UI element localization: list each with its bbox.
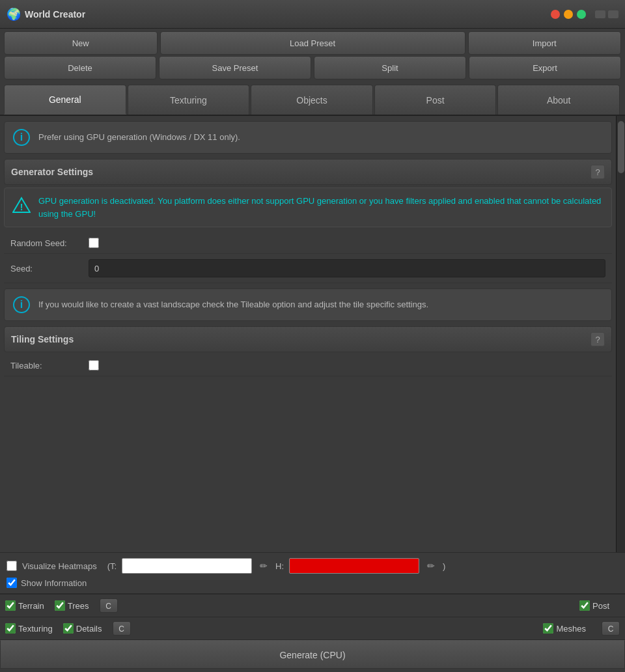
trees-c-button[interactable]: C (100, 598, 118, 613)
tileable-label: Tileable: (10, 361, 89, 371)
import-button[interactable]: Import (468, 31, 622, 55)
tileable-row: Tileable: (4, 355, 612, 376)
close-button[interactable] (551, 10, 560, 19)
meshes-checkbox[interactable] (543, 623, 553, 634)
meshes-check-item: Meshes (543, 623, 586, 634)
toolbar-row-1: New Load Preset Import (4, 31, 621, 55)
gpu-warning-text: GPU generation is deactivated. You platf… (38, 195, 604, 220)
extra-icon-1 (595, 10, 605, 18)
tab-general-label: General (49, 94, 81, 105)
details-checkbox[interactable] (63, 623, 74, 634)
load-preset-button[interactable]: Load Preset (160, 31, 465, 55)
texturing-label: Texturing (18, 624, 53, 634)
seed-label: Seed: (10, 264, 89, 273)
trees-label: Trees (68, 601, 89, 611)
tiling-settings-header: Tiling Settings ? (4, 326, 612, 352)
maximize-button[interactable] (577, 10, 586, 19)
info-icon: i (12, 128, 31, 147)
tab-objects[interactable]: Objects (251, 85, 373, 115)
toolbar: New Load Preset Import Delete Save Prese… (0, 29, 625, 82)
t-label: (T: (107, 561, 117, 571)
titlebar: 🌍 World Creator (0, 0, 625, 29)
post-checkbox[interactable] (579, 600, 590, 611)
terrain-label: Terrain (18, 601, 44, 611)
post-check-item: Post (579, 600, 609, 611)
seed-row: Seed: 0 (4, 254, 612, 283)
gpu-info-text: Prefer using GPU generation (Windows / D… (38, 132, 240, 143)
heatmaps-row: Visualize Heatmaps (T: ✏ H: ✏ ) (7, 558, 618, 574)
paren-close: ) (443, 561, 445, 571)
tab-texturing-label: Texturing (170, 95, 207, 105)
tab-post[interactable]: Post (374, 85, 497, 115)
save-preset-button[interactable]: Save Preset (159, 56, 311, 79)
new-button[interactable]: New (4, 31, 158, 55)
texturing-checkbox[interactable] (5, 623, 16, 634)
window-extra-controls (595, 10, 618, 18)
random-seed-label: Random Seed: (10, 238, 89, 248)
gpu-info-box: i Prefer using GPU generation (Windows /… (4, 121, 612, 154)
svg-text:i: i (20, 132, 23, 143)
texturing-check-item: Texturing (5, 623, 53, 634)
terrain-checkbox[interactable] (5, 600, 16, 611)
details-c-button[interactable]: C (113, 621, 131, 636)
svg-text:i: i (20, 299, 23, 310)
meshes-label: Meshes (556, 624, 586, 634)
meshes-c-button[interactable]: C (602, 621, 620, 636)
export-button[interactable]: Export (469, 56, 621, 79)
heatmap-t-input[interactable] (122, 558, 252, 574)
post-label: Post (592, 601, 609, 611)
scrollable-content: i Prefer using GPU generation (Windows /… (0, 116, 616, 552)
details-label: Details (76, 624, 102, 634)
tileable-checkbox[interactable] (89, 360, 99, 371)
content-wrapper: i Prefer using GPU generation (Windows /… (0, 116, 625, 552)
generate-button[interactable]: Generate (CPU) (0, 640, 625, 669)
checkboxes-row-2: Texturing Details C Meshes C (0, 617, 625, 639)
tiling-info-text: If you would like to create a vast lands… (38, 299, 428, 311)
tab-about-label: About (547, 95, 571, 105)
details-check-item: Details (63, 623, 102, 634)
delete-button[interactable]: Delete (4, 56, 156, 79)
trees-checkbox[interactable] (55, 600, 65, 611)
show-information-checkbox[interactable] (7, 578, 17, 588)
pencil-h-icon[interactable]: ✏ (424, 559, 438, 572)
pencil-t-icon[interactable]: ✏ (257, 559, 270, 572)
extra-icon-2 (608, 10, 618, 18)
show-information-label: Show Information (21, 578, 87, 588)
random-seed-row: Random Seed: (4, 232, 612, 254)
h-label: H: (275, 561, 284, 571)
generator-settings-title: Generator Settings (11, 167, 93, 177)
toolbar-row-2: Delete Save Preset Split Export (4, 56, 621, 79)
warning-icon: ! (12, 196, 31, 214)
svg-text:!: ! (20, 202, 23, 212)
random-seed-checkbox[interactable] (89, 238, 99, 248)
window-controls (551, 10, 618, 19)
terrain-check-item: Terrain (5, 600, 44, 611)
split-button[interactable]: Split (314, 56, 466, 79)
show-info-row: Show Information (7, 578, 618, 588)
scroll-thumb[interactable] (618, 121, 624, 173)
trees-check-item: Trees (55, 600, 89, 611)
tiling-info-box: i If you would like to create a vast lan… (4, 288, 612, 321)
tab-bar: General Texturing Objects Post About (0, 82, 625, 116)
minimize-button[interactable] (564, 10, 573, 19)
tab-objects-label: Objects (296, 95, 327, 105)
tab-about[interactable]: About (497, 85, 620, 115)
tiling-settings-title: Tiling Settings (11, 334, 74, 344)
visualize-heatmaps-checkbox[interactable] (7, 561, 17, 571)
heatmaps-bar: Visualize Heatmaps (T: ✏ H: ✏ ) Show Inf… (0, 552, 625, 593)
visualize-heatmaps-label: Visualize Heatmaps (22, 561, 97, 571)
tab-post-label: Post (426, 95, 445, 105)
gpu-warning-box: ! GPU generation is deactivated. You pla… (4, 188, 612, 227)
app-icon: 🌍 (7, 7, 21, 21)
generator-settings-help[interactable]: ? (590, 165, 605, 179)
seed-input[interactable]: 0 (89, 259, 605, 277)
tab-texturing[interactable]: Texturing (128, 85, 250, 115)
tiling-info-icon: i (12, 296, 31, 314)
heatmap-h-input[interactable] (289, 558, 419, 574)
checkboxes-row-1: Terrain Trees C Post (0, 594, 625, 617)
checkboxes-section: Terrain Trees C Post Texturing Details C… (0, 593, 625, 640)
tiling-settings-help[interactable]: ? (590, 332, 605, 346)
app-title: World Creator (25, 9, 85, 20)
scrollbar[interactable] (616, 116, 625, 552)
tab-general[interactable]: General (4, 85, 126, 115)
